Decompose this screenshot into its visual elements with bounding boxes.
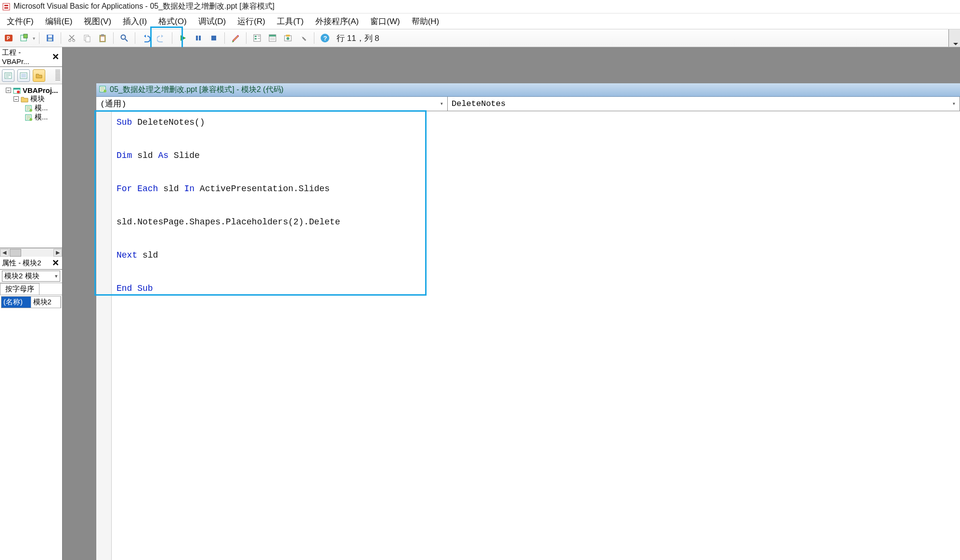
menu-help[interactable]: 帮助(H) bbox=[408, 15, 443, 28]
svg-rect-34 bbox=[13, 88, 20, 90]
object-browser-icon[interactable] bbox=[281, 31, 295, 45]
cut-icon[interactable] bbox=[65, 31, 78, 45]
close-icon[interactable]: ✕ bbox=[50, 258, 61, 268]
find-icon[interactable] bbox=[117, 31, 131, 45]
scroll-right-icon[interactable]: ▶ bbox=[53, 249, 62, 257]
menubar: 文件(F) 编辑(E) 视图(V) 插入(I) 格式(O) 调试(D) 运行(R… bbox=[0, 13, 960, 29]
menu-tools[interactable]: 工具(T) bbox=[273, 15, 308, 28]
project-explorer-title: 工程 - VBAPr... ✕ bbox=[0, 47, 62, 67]
svg-rect-4 bbox=[24, 34, 27, 38]
svg-rect-11 bbox=[86, 37, 90, 42]
folder-icon bbox=[21, 95, 28, 103]
svg-rect-14 bbox=[101, 37, 104, 41]
menu-addins[interactable]: 外接程序(A) bbox=[311, 15, 363, 28]
toolbox-icon[interactable] bbox=[297, 31, 310, 45]
code-window-titlebar[interactable]: 05_数据处理之增删改.ppt [兼容模式] - 模块2 (代码) bbox=[96, 83, 960, 97]
tree-module2-label[interactable]: 模... bbox=[35, 113, 48, 122]
help-icon[interactable]: ? bbox=[318, 31, 332, 45]
main-client-area: 工程 - VBAPr... ✕ − VBAProj... − 模块 模.. bbox=[0, 47, 960, 560]
svg-point-37 bbox=[29, 109, 32, 112]
scroll-thumb[interactable] bbox=[10, 249, 21, 257]
module-icon bbox=[25, 104, 33, 112]
properties-object-name: 模块2 模块 bbox=[4, 272, 39, 281]
menu-view[interactable]: 视图(V) bbox=[80, 15, 115, 28]
menu-format[interactable]: 格式(O) bbox=[155, 15, 191, 28]
run-icon[interactable] bbox=[176, 31, 190, 45]
menu-run[interactable]: 运行(R) bbox=[234, 15, 269, 28]
object-dropdown[interactable]: (通用) ▾ bbox=[96, 97, 448, 111]
powerpoint-icon[interactable]: P bbox=[2, 31, 15, 45]
tree-project-label[interactable]: VBAProj... bbox=[23, 86, 58, 94]
svg-rect-13 bbox=[101, 34, 104, 36]
code-editor[interactable]: Sub DeleteNotes() Dim sld As Slide For E… bbox=[96, 111, 960, 560]
properties-object-selector[interactable]: 模块2 模块 ▾ bbox=[0, 270, 62, 283]
svg-rect-23 bbox=[269, 35, 276, 37]
menu-window[interactable]: 窗口(W) bbox=[366, 15, 403, 28]
window-title: Microsoft Visual Basic for Applications … bbox=[13, 1, 274, 12]
chevron-down-icon: ▾ bbox=[952, 100, 956, 107]
tab-alphabetic[interactable]: 按字母序 bbox=[0, 283, 39, 295]
mdi-client-area: 05_数据处理之增删改.ppt [兼容模式] - 模块2 (代码) (通用) ▾… bbox=[63, 47, 960, 560]
svg-point-41 bbox=[104, 90, 106, 92]
left-dock: 工程 - VBAPr... ✕ − VBAProj... − 模块 模.. bbox=[0, 47, 63, 560]
project-explorer-title-text: 工程 - VBAPr... bbox=[2, 48, 50, 65]
menu-file[interactable]: 文件(F) bbox=[3, 15, 38, 28]
view-code-icon[interactable] bbox=[2, 69, 14, 82]
toggle-folders-icon[interactable] bbox=[33, 69, 45, 82]
app-icon bbox=[2, 2, 11, 11]
svg-point-26 bbox=[286, 37, 289, 40]
save-icon[interactable] bbox=[43, 31, 57, 45]
procedure-dropdown[interactable]: DeleteNotes ▾ bbox=[448, 97, 960, 111]
svg-text:P: P bbox=[7, 36, 10, 41]
paste-icon[interactable] bbox=[96, 31, 109, 45]
properties-title: 属性 - 模块2 ✕ bbox=[0, 257, 62, 270]
property-name-value[interactable]: 模块2 bbox=[31, 297, 61, 308]
standard-toolbar: P ▾ ? 行 11，列 8 bbox=[0, 29, 960, 47]
code-window: 05_数据处理之增删改.ppt [兼容模式] - 模块2 (代码) (通用) ▾… bbox=[96, 83, 960, 560]
svg-rect-17 bbox=[199, 36, 201, 40]
svg-rect-20 bbox=[255, 36, 257, 37]
insert-module-icon[interactable] bbox=[17, 31, 31, 45]
project-explorer-toolbar bbox=[0, 67, 62, 84]
project-tree-hscroll[interactable]: ◀ ▶ bbox=[0, 248, 62, 257]
svg-point-39 bbox=[29, 118, 32, 121]
svg-rect-25 bbox=[286, 35, 290, 37]
design-mode-icon[interactable] bbox=[229, 31, 242, 45]
svg-rect-0 bbox=[3, 3, 10, 10]
window-titlebar: Microsoft Visual Basic for Applications … bbox=[0, 0, 960, 13]
object-dropdown-value: (通用) bbox=[100, 98, 126, 109]
svg-rect-16 bbox=[196, 36, 198, 40]
svg-point-27 bbox=[300, 35, 302, 37]
tree-module2: 模... bbox=[1, 113, 61, 122]
close-icon[interactable]: ✕ bbox=[50, 52, 61, 62]
property-row-name: (名称) 模块2 bbox=[1, 297, 61, 308]
svg-rect-7 bbox=[48, 39, 52, 41]
properties-window-icon[interactable] bbox=[266, 31, 279, 45]
chevron-down-icon: ▾ bbox=[55, 273, 58, 279]
svg-rect-18 bbox=[211, 36, 216, 40]
tree-module1-label[interactable]: 模... bbox=[35, 104, 48, 113]
tree-project-root: − VBAProj... bbox=[1, 86, 61, 94]
reset-icon[interactable] bbox=[207, 31, 221, 45]
pane-grip-icon[interactable] bbox=[55, 70, 60, 81]
undo-icon[interactable] bbox=[139, 31, 153, 45]
code-text[interactable]: Sub DeleteNotes() Dim sld As Slide For E… bbox=[112, 111, 960, 560]
scroll-left-icon[interactable]: ◀ bbox=[0, 249, 9, 257]
break-icon[interactable] bbox=[192, 31, 205, 45]
menu-edit[interactable]: 编辑(E) bbox=[41, 15, 77, 28]
tree-module1: 模... bbox=[1, 104, 61, 113]
tree-modules-label[interactable]: 模块 bbox=[30, 94, 45, 104]
project-tree[interactable]: − VBAProj... − 模块 模... 模... bbox=[0, 84, 62, 248]
code-window-dropdowns: (通用) ▾ DeleteNotes ▾ bbox=[96, 97, 960, 111]
properties-tabs: 按字母序 bbox=[0, 283, 62, 295]
svg-rect-21 bbox=[255, 38, 257, 39]
copy-icon[interactable] bbox=[80, 31, 94, 45]
view-object-icon[interactable] bbox=[17, 69, 30, 82]
menu-debug[interactable]: 调试(D) bbox=[195, 15, 230, 28]
project-explorer-icon[interactable] bbox=[250, 31, 264, 45]
menu-insert[interactable]: 插入(I) bbox=[119, 15, 151, 28]
procedure-dropdown-value: DeleteNotes bbox=[452, 99, 506, 108]
redo-icon[interactable] bbox=[155, 31, 168, 45]
toolbar-overflow-grip[interactable] bbox=[948, 29, 960, 47]
tree-modules-folder: − 模块 bbox=[1, 94, 61, 104]
